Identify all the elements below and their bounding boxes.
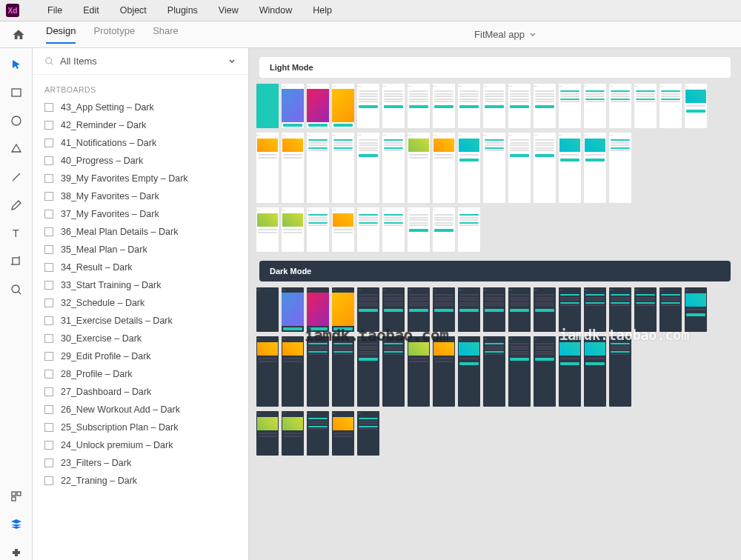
artboard-thumb[interactable]: ⋯ bbox=[408, 84, 430, 128]
menu-object[interactable]: Object bbox=[110, 5, 157, 16]
artboard-thumb[interactable]: ⋯ bbox=[584, 287, 606, 332]
artboard-thumb[interactable]: ⋯ bbox=[256, 133, 279, 203]
menu-plugins[interactable]: Plugins bbox=[157, 5, 208, 16]
artboard-thumb[interactable]: ⋯ bbox=[357, 287, 379, 332]
artboard-thumb[interactable]: ⋯ bbox=[609, 133, 631, 203]
artboard-thumb[interactable]: ⋯ bbox=[433, 84, 455, 128]
artboard-thumb[interactable]: ⋯ bbox=[357, 207, 379, 252]
artboard-thumb[interactable]: ⋯ bbox=[433, 207, 455, 252]
artboard-thumb[interactable]: ⋯ bbox=[534, 287, 556, 332]
artboard-thumb[interactable]: ⋯ bbox=[307, 336, 329, 407]
artboard-thumb[interactable]: ⋯ bbox=[483, 133, 505, 203]
menu-edit[interactable]: Edit bbox=[73, 5, 110, 16]
select-tool[interactable] bbox=[9, 57, 24, 72]
menu-file[interactable]: File bbox=[37, 5, 73, 16]
artboard-thumb[interactable]: ⋯ bbox=[609, 336, 631, 407]
artboard-thumb[interactable]: ⋯ bbox=[256, 84, 279, 128]
artboard-thumb[interactable]: ⋯ bbox=[282, 84, 304, 128]
artboard-thumb[interactable]: ⋯ bbox=[256, 207, 279, 252]
artboard-thumb[interactable]: ⋯ bbox=[408, 287, 430, 332]
artboard-thumb[interactable]: ⋯ bbox=[584, 84, 606, 128]
artboard-thumb[interactable]: ⋯ bbox=[483, 336, 505, 407]
zoom-tool[interactable] bbox=[9, 282, 24, 297]
tab-share[interactable]: Share bbox=[153, 25, 179, 44]
artboard-thumb[interactable]: ⋯ bbox=[483, 287, 505, 332]
layer-item[interactable]: 23_Filters – Dark bbox=[33, 454, 248, 472]
layer-item[interactable]: 29_Edit Profile – Dark bbox=[33, 347, 248, 365]
ellipse-tool[interactable] bbox=[9, 113, 24, 128]
artboard-thumb[interactable]: ⋯ bbox=[534, 133, 556, 203]
artboard-thumb[interactable]: ⋯ bbox=[559, 336, 581, 407]
artboard-thumb[interactable]: ⋯ bbox=[685, 287, 707, 332]
home-icon[interactable] bbox=[12, 28, 25, 41]
menu-window[interactable]: Window bbox=[249, 5, 302, 16]
assets-panel-icon[interactable] bbox=[9, 489, 24, 504]
artboard-thumb[interactable]: ⋯ bbox=[609, 287, 631, 332]
artboard-thumb[interactable]: ⋯ bbox=[332, 336, 354, 407]
artboard-thumb[interactable]: ⋯ bbox=[584, 133, 606, 203]
layer-item[interactable]: 37_My Favorites – Dark bbox=[33, 205, 248, 223]
artboard-thumb[interactable]: ⋯ bbox=[408, 336, 430, 407]
artboard-thumb[interactable]: ⋯ bbox=[357, 133, 379, 203]
menu-view[interactable]: View bbox=[208, 5, 249, 16]
layer-item[interactable]: 33_Start Training – Dark bbox=[33, 276, 248, 294]
layer-item[interactable]: 25_Subscription Plan – Dark bbox=[33, 419, 248, 436]
artboard-thumb[interactable]: ⋯ bbox=[382, 84, 405, 128]
layer-item[interactable]: 40_Progress – Dark bbox=[33, 152, 248, 170]
tab-prototype[interactable]: Prototype bbox=[93, 25, 135, 44]
artboard-thumb[interactable]: ⋯ bbox=[659, 84, 682, 128]
canvas[interactable]: Light Mode ⋯⋯⋯⋯⋯⋯⋯⋯⋯⋯⋯⋯⋯⋯⋯⋯⋯⋯⋯⋯⋯⋯⋯⋯⋯⋯⋯⋯⋯… bbox=[249, 48, 741, 560]
artboard-thumb[interactable]: ⋯ bbox=[584, 336, 606, 407]
artboard-thumb[interactable]: ⋯ bbox=[332, 84, 354, 128]
layer-item[interactable]: 35_Meal Plan – Dark bbox=[33, 241, 248, 259]
artboard-thumb[interactable]: ⋯ bbox=[534, 84, 556, 128]
artboard-thumb[interactable]: ⋯ bbox=[534, 336, 556, 407]
artboard-thumb[interactable]: ⋯ bbox=[307, 133, 329, 203]
layer-item[interactable]: 36_Meal Plan Details – Dark bbox=[33, 223, 248, 241]
layer-item[interactable]: 24_Unlock premium – Dark bbox=[33, 436, 248, 454]
artboard-thumb[interactable]: ⋯ bbox=[609, 84, 631, 128]
artboard-thumb[interactable]: ⋯ bbox=[458, 84, 480, 128]
line-tool[interactable] bbox=[9, 170, 24, 184]
artboard-thumb[interactable]: ⋯ bbox=[458, 336, 480, 407]
artboard-thumb[interactable]: ⋯ bbox=[508, 133, 531, 203]
layer-item[interactable]: 27_Dashboard – Dark bbox=[33, 383, 248, 401]
layer-item[interactable]: 26_New Workout Add – Dark bbox=[33, 401, 248, 419]
artboard-thumb[interactable]: ⋯ bbox=[282, 336, 304, 407]
tab-design[interactable]: Design bbox=[46, 25, 76, 44]
plugins-panel-icon[interactable] bbox=[9, 545, 24, 560]
artboard-thumb[interactable]: ⋯ bbox=[256, 336, 279, 407]
artboard-thumb[interactable]: ⋯ bbox=[408, 133, 430, 203]
artboard-thumb[interactable]: ⋯ bbox=[357, 336, 379, 407]
layer-item[interactable]: 22_Traning – Dark bbox=[33, 472, 248, 490]
artboard-thumb[interactable]: ⋯ bbox=[382, 287, 405, 332]
artboard-thumb[interactable]: ⋯ bbox=[332, 287, 354, 332]
artboard-thumb[interactable]: ⋯ bbox=[433, 336, 455, 407]
layer-item[interactable]: 39_My Favorites Empty – Dark bbox=[33, 170, 248, 187]
artboard-thumb[interactable]: ⋯ bbox=[634, 287, 657, 332]
artboard-thumb[interactable]: ⋯ bbox=[307, 84, 329, 128]
artboard-thumb[interactable]: ⋯ bbox=[282, 207, 304, 252]
layer-item[interactable]: 34_Result – Dark bbox=[33, 259, 248, 276]
layers-panel-icon[interactable] bbox=[9, 517, 24, 532]
layer-item[interactable]: 41_Notifications – Dark bbox=[33, 134, 248, 152]
layer-item[interactable]: 31_Exercise Details – Dark bbox=[33, 312, 248, 330]
artboard-thumb[interactable]: ⋯ bbox=[382, 133, 405, 203]
artboard-thumb[interactable]: ⋯ bbox=[256, 287, 279, 332]
artboard-thumb[interactable]: ⋯ bbox=[256, 411, 279, 456]
artboard-thumb[interactable]: ⋯ bbox=[433, 133, 455, 203]
artboard-thumb[interactable]: ⋯ bbox=[332, 133, 354, 203]
artboard-thumb[interactable]: ⋯ bbox=[508, 287, 531, 332]
artboard-thumb[interactable]: ⋯ bbox=[433, 287, 455, 332]
artboard-thumb[interactable]: ⋯ bbox=[357, 411, 379, 456]
artboard-thumb[interactable]: ⋯ bbox=[332, 207, 354, 252]
artboard-thumb[interactable]: ⋯ bbox=[559, 287, 581, 332]
layer-item[interactable]: 43_App Setting – Dark bbox=[33, 99, 248, 116]
artboard-thumb[interactable]: ⋯ bbox=[458, 207, 480, 252]
artboard-thumb[interactable]: ⋯ bbox=[508, 84, 531, 128]
artboard-thumb[interactable]: ⋯ bbox=[685, 84, 707, 128]
artboard-thumb[interactable]: ⋯ bbox=[382, 207, 405, 252]
artboard-thumb[interactable]: ⋯ bbox=[458, 287, 480, 332]
artboard-thumb[interactable]: ⋯ bbox=[634, 84, 657, 128]
pen-tool[interactable] bbox=[9, 198, 24, 213]
